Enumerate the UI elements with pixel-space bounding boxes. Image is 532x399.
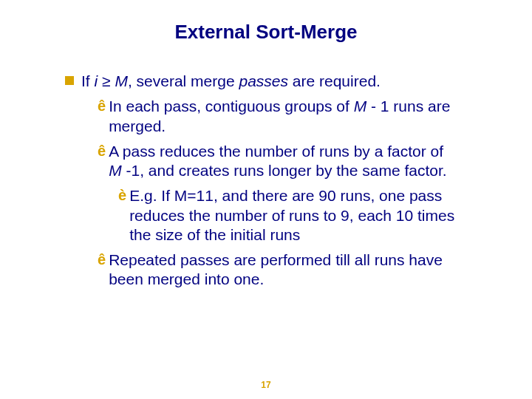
square-bullet-icon (65, 76, 74, 85)
arrow-down-icon: ê (98, 250, 106, 268)
sub-bullet-3: ê Repeated passes are performed till all… (98, 250, 458, 290)
bullet-level1: If i ≥ M, several merge passes are requi… (65, 72, 488, 91)
sub-text-2: A pass reduces the number of runs by a f… (109, 142, 458, 181)
sub-text-3: Repeated passes are performed till all r… (109, 250, 458, 290)
bullet-text: If i ≥ M, several merge passes are requi… (81, 72, 381, 91)
arrow-down-icon: ê (98, 97, 106, 115)
sub-text-1: In each pass, contiguous groups of M - 1… (109, 97, 458, 136)
subsub-bullet-2a: è E.g. If M=11, and there are 90 runs, o… (118, 186, 458, 245)
sub-bullet-2: ê A pass reduces the number of runs by a… (98, 142, 458, 181)
page-number: 17 (0, 380, 532, 390)
arrow-right-icon: è (118, 186, 126, 204)
subsub-text-2a: E.g. If M=11, and there are 90 runs, one… (129, 186, 458, 245)
arrow-down-icon: ê (98, 142, 106, 160)
slide-title: External Sort-Merge (44, 21, 488, 44)
sub-bullet-1: ê In each pass, contiguous groups of M -… (98, 97, 458, 136)
